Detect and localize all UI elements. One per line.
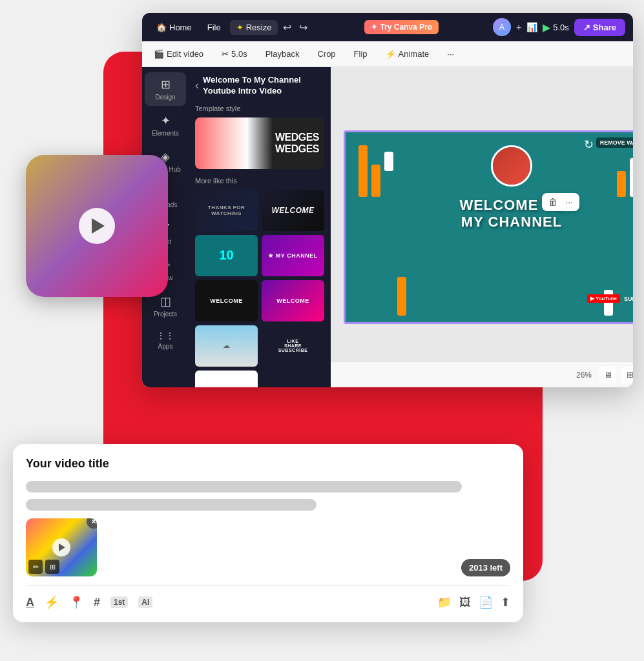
design-label: Design <box>155 94 175 101</box>
flip-label: Flip <box>354 49 368 59</box>
share-label: Share <box>593 23 616 32</box>
magic-write-icon[interactable]: ⚡ <box>45 595 59 609</box>
tmpl8-text: LIKESHARESUBSCRIBE <box>278 339 308 352</box>
thumb-grid-icon[interactable]: ⊞ <box>45 560 59 574</box>
panel-back-button[interactable]: ‹ <box>195 79 199 92</box>
template-thumb-5[interactable]: WELCOME <box>195 280 258 321</box>
sidebar-item-elements[interactable]: ✦ Elements <box>145 108 186 142</box>
canvas-frame[interactable]: WELCOME TO MY CHANNEL ▶ YouTube SUBSCRIB… <box>344 130 633 324</box>
featured-line-1: WEDGES <box>275 132 319 143</box>
edit-toolbar: 🎬 Edit video ✂ 5.0s Playback Crop Flip ⚡… <box>142 41 633 67</box>
channel-avatar <box>491 145 532 187</box>
tmpl2-text: Welcome <box>271 206 314 215</box>
thumb-close-button[interactable]: × <box>87 518 97 529</box>
template-thumb-1[interactable]: THANKS FORWATCHING <box>195 190 258 231</box>
post-input-line-2[interactable] <box>26 499 317 511</box>
template-thumb-6[interactable]: WELCOME <box>262 280 324 321</box>
duration-button[interactable]: ✂ 5.0s <box>218 46 251 61</box>
document-file-icon[interactable]: 📄 <box>479 595 493 609</box>
analytics-button[interactable]: 📊 <box>526 22 537 32</box>
location-pin-icon[interactable]: 📍 <box>69 595 83 609</box>
design-icon: ⊞ <box>161 77 171 92</box>
first-comment-icon-action[interactable]: 1st <box>110 596 128 608</box>
featured-template-text: WEDGES WEDGES <box>275 132 319 154</box>
tmpl4-text: ★ MY CHANNEL <box>268 252 317 259</box>
thumb-edit-icon[interactable]: ✏ <box>28 560 43 574</box>
duration-label: 5.0s <box>231 49 247 59</box>
resize-label: Resize <box>246 23 272 32</box>
video-play-button[interactable] <box>79 208 115 244</box>
post-input-line-1[interactable] <box>26 481 462 493</box>
post-action-icons-left: A ⚡ 📍 # 1st AI <box>26 595 152 609</box>
sidebar-item-design[interactable]: ⊞ Design <box>145 72 186 106</box>
more-like-label: More like this <box>195 177 324 185</box>
panel-toggle-button[interactable]: › <box>326 216 331 239</box>
template-grid: THANKS FORWATCHING Welcome 10 ★ MY CHANN… <box>195 190 324 387</box>
thumb-play-button[interactable] <box>52 538 70 556</box>
editor-body: ⊞ Design ✦ Elements ◈ Brand Hub ↑ Upload… <box>142 67 633 387</box>
sidebar-item-apps[interactable]: ⋮⋮ Apps <box>145 325 186 355</box>
post-file-icons-right: 📁 🖼 📄 ⬆ <box>437 595 510 609</box>
float-toolbar: 🗑 ··· <box>542 193 579 211</box>
playback-label: Playback <box>265 49 300 59</box>
play-button-top[interactable]: ▶ <box>543 21 550 34</box>
image-file-icon[interactable]: 🖼 <box>459 596 471 609</box>
template-thumb-8[interactable]: LIKESHARESUBSCRIBE <box>262 325 324 367</box>
top-bar-left: 🏠 Home File ✦ Resize ↩ ↪ <box>150 20 310 35</box>
ai-write-icon[interactable]: AI <box>138 596 152 608</box>
add-user-button[interactable]: + <box>516 22 521 32</box>
timer-display: ▶ 5.0s <box>543 21 569 34</box>
tmpl5-text: WELCOME <box>210 298 243 304</box>
template-thumb-4[interactable]: ★ MY CHANNEL <box>262 235 324 276</box>
crop-button[interactable]: Crop <box>313 46 339 61</box>
home-button[interactable]: 🏠 Home <box>150 20 198 35</box>
grid-view-button[interactable]: ⊞ <box>621 367 633 383</box>
resize-button[interactable]: ✦ Resize <box>230 20 278 35</box>
more-options-float-button[interactable]: ··· <box>564 196 574 208</box>
bottom-icons: 🖥 ⊞ ⤢ ? <box>599 367 633 383</box>
undo-button[interactable]: ↩ <box>280 20 294 35</box>
monitor-icon[interactable]: 🖥 <box>599 367 616 383</box>
file-button[interactable]: File <box>201 20 227 35</box>
subscribe-text: SUBSCRIBE <box>624 296 633 302</box>
text-format-icon[interactable]: A <box>26 596 34 609</box>
template-thumb-9[interactable]: THANKS <box>195 371 258 387</box>
more-options-button[interactable]: ··· <box>443 46 458 61</box>
playback-button[interactable]: Playback <box>262 46 304 61</box>
flip-button[interactable]: Flip <box>350 46 371 61</box>
play-icon <box>92 218 105 234</box>
more-icon: ··· <box>447 49 454 59</box>
user-avatar[interactable]: A <box>493 18 511 36</box>
template-thumb-7[interactable]: ☁ <box>195 325 258 367</box>
top-bar-center: ✦ Try Canva Pro <box>315 20 488 34</box>
panel-header: ‹ Welcome To My Channel Youtube Intro Vi… <box>195 75 324 97</box>
refresh-button[interactable]: ↻ <box>584 137 594 152</box>
tmpl1-text: THANKS FORWATCHING <box>208 205 245 216</box>
hashtag-icon-action[interactable]: # <box>94 596 100 609</box>
upload-file-icon[interactable]: ⬆ <box>501 595 510 609</box>
projects-label: Projects <box>154 310 177 318</box>
try-pro-label: Try Canva Pro <box>380 23 432 32</box>
template-thumb-3[interactable]: 10 <box>195 235 258 276</box>
redo-button[interactable]: ↪ <box>296 20 310 35</box>
template-panel: ‹ Welcome To My Channel Youtube Intro Vi… <box>189 67 331 387</box>
elements-icon: ✦ <box>161 114 171 128</box>
share-button[interactable]: ↗ Share <box>574 19 625 36</box>
post-media-row: × ✏ ⊞ 2013 left <box>26 518 510 576</box>
zoom-display: 26% <box>576 371 592 380</box>
folder-file-icon[interactable]: 📁 <box>437 595 452 609</box>
delete-button[interactable]: 🗑 <box>547 196 559 208</box>
template-featured[interactable]: WEDGES WEDGES <box>195 117 324 169</box>
animate-button[interactable]: ⚡ Animate <box>382 46 433 61</box>
post-card: Your video title × ✏ ⊞ 2013 left A ⚡ 📍 #… <box>13 444 523 622</box>
post-thumbnail[interactable]: × ✏ ⊞ <box>26 518 97 576</box>
edit-video-button[interactable]: 🎬 Edit video <box>150 46 207 61</box>
home-icon: 🏠 <box>156 23 167 32</box>
youtube-icon: ▶ YouTube <box>587 294 620 303</box>
try-canva-pro-button[interactable]: ✦ Try Canva Pro <box>364 20 439 34</box>
edit-video-icon: 🎬 <box>154 49 164 59</box>
post-card-title: Your video title <box>26 457 510 471</box>
char-count: 2013 left <box>461 559 510 576</box>
template-thumb-2[interactable]: Welcome <box>262 190 324 231</box>
watermark-badge[interactable]: REMOVE WATERMARKS <box>596 137 633 148</box>
